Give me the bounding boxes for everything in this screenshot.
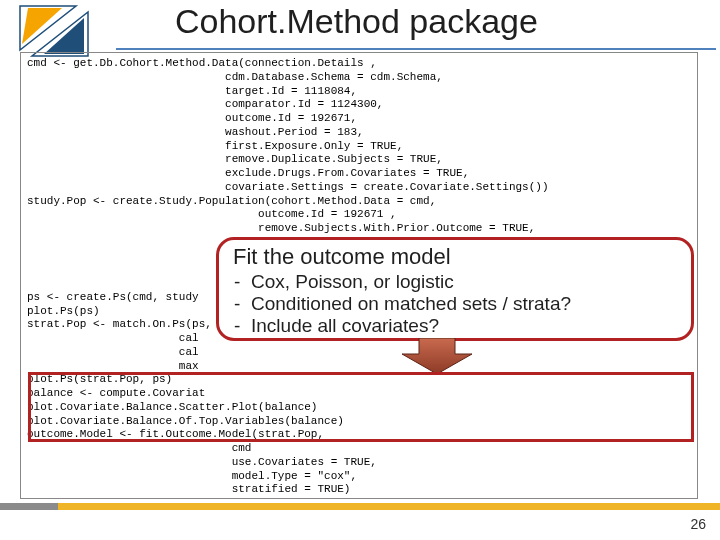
page-number: 26	[690, 516, 706, 532]
callout-list: Cox, Poisson, or logistic Conditioned on…	[233, 271, 677, 337]
callout-item: Cox, Poisson, or logistic	[251, 271, 677, 293]
highlight-box	[28, 372, 694, 442]
footer-bar-grey	[0, 503, 58, 510]
footer-bar-yellow	[58, 503, 720, 510]
title-underline	[116, 48, 716, 50]
callout-item: Conditioned on matched sets / strata?	[251, 293, 677, 315]
svg-marker-4	[402, 338, 472, 374]
down-arrow-icon	[402, 338, 472, 374]
slide: Cohort.Method package cmd <- get.Db.Coho…	[0, 0, 720, 540]
callout-item: Include all covariates?	[251, 315, 677, 337]
slide-title: Cohort.Method package	[175, 2, 538, 41]
callout-title: Fit the outcome model	[233, 244, 677, 270]
callout-box: Fit the outcome model Cox, Poisson, or l…	[216, 237, 694, 341]
